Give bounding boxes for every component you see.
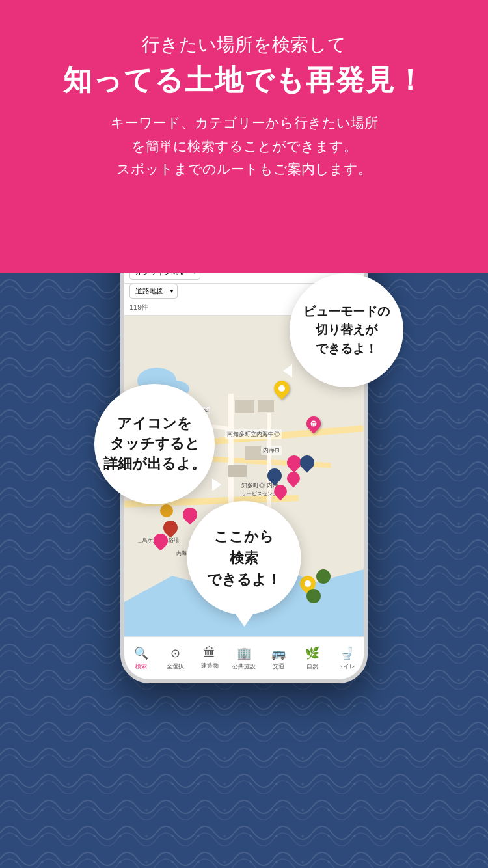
toilet-icon: 🚽 <box>340 646 354 660</box>
block4 <box>228 465 247 477</box>
road-v-2 <box>267 413 271 517</box>
transport-icon: 🚌 <box>271 646 286 660</box>
place-label-1: 南知多町立内海中◎ <box>225 429 282 439</box>
road-map-label: 道路地図 <box>135 286 164 296</box>
public-icon: 🏢 <box>237 646 251 660</box>
bottom-tab-bar: 🔍 検索 ⊙ 全選択 🏛 建造物 🏢 公共施設 <box>124 636 364 679</box>
top-section: 行きたい場所を検索して 知ってる土地でも再発見！ キーワード、カテゴリーから行き… <box>0 0 488 273</box>
tab-nature[interactable]: 🌿 自然 <box>295 637 330 679</box>
tab-transport-label: 交通 <box>273 662 284 671</box>
count-label: 119件 <box>129 303 148 311</box>
tab-buildings-label: 建造物 <box>201 662 219 670</box>
road-map-dropdown[interactable]: 道路地図 <box>129 284 178 299</box>
tab-nature-label: 自然 <box>306 662 318 671</box>
phone-device: アイコンを タッチすると 詳細が出るよ。 ビューモードの 切り替えが できるよ！… <box>120 273 368 683</box>
tab-select-label: 全選択 <box>167 662 184 671</box>
headline-sub: 行きたい場所を検索して <box>142 33 346 57</box>
tab-search[interactable]: 🔍 検索 <box>124 637 159 679</box>
tab-public[interactable]: 🏢 公共施設 <box>227 637 262 679</box>
online-map-label: オンラインMAP <box>135 273 187 277</box>
place-label-inner: 内海⊡ <box>261 446 282 455</box>
buildings-icon: 🏛 <box>204 646 215 660</box>
desc-line1: キーワード、カテゴリーから行きたい場所 <box>111 115 378 130</box>
description: キーワード、カテゴリーから行きたい場所 を簡単に検索することができます。 スポッ… <box>111 111 378 181</box>
tab-toilet[interactable]: 🚽 トイレ <box>329 637 364 679</box>
select-all-icon: ⊙ <box>170 646 180 660</box>
tab-search-label: 検索 <box>135 662 147 671</box>
nature-icon: 🌿 <box>305 646 319 660</box>
search-icon: 🔍 <box>134 646 148 660</box>
bottom-section: アイコンを タッチすると 詳細が出るよ。 ビューモードの 切り替えが できるよ！… <box>0 273 488 868</box>
headline-main: 知ってる土地でも再発見！ <box>63 61 426 100</box>
online-map-dropdown[interactable]: オンラインMAP <box>129 273 200 280</box>
pin-green-2[interactable] <box>306 589 321 603</box>
place-label-naikai: 内海 <box>176 550 187 557</box>
block2 <box>258 400 274 412</box>
tab-select-all[interactable]: ⊙ 全選択 <box>159 637 193 679</box>
tab-public-label: 公共施設 <box>232 662 256 671</box>
desc-line2: を簡単に検索することができます。 <box>131 139 357 154</box>
tab-buildings[interactable]: 🏛 建造物 <box>193 637 227 679</box>
block1 <box>235 400 254 413</box>
pin-green-1[interactable] <box>316 569 331 584</box>
bubble-bottom: ここから 検索 できるよ！ <box>187 501 301 615</box>
desc-line3: スポットまでのルートもご案内します。 <box>116 161 372 176</box>
bubble-right: ビューモードの 切り替えが できるよ！ <box>290 273 403 387</box>
tab-transport[interactable]: 🚌 交通 <box>261 637 295 679</box>
bubble-left: アイコンを タッチすると 詳細が出るよ。 <box>94 384 215 504</box>
pin-round-1[interactable] <box>160 504 173 517</box>
tab-toilet-label: トイレ <box>338 662 355 671</box>
